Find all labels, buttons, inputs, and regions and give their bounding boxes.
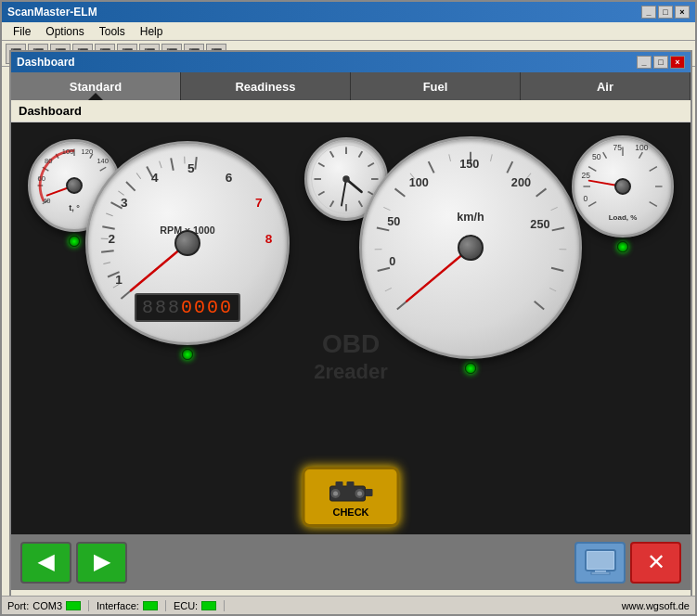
- svg-text:100: 100: [409, 176, 429, 189]
- dashboard-main: OBD 2reader: [11, 122, 691, 590]
- dashboard-title: Dashboard: [17, 56, 75, 69]
- ecu-label: ECU:: [174, 600, 198, 611]
- tab-standard[interactable]: Standard: [11, 72, 181, 100]
- status-bar: Port: COM3 Interface: ECU: www.wgsoft.de: [2, 596, 695, 614]
- port-section: Port: COM3: [7, 600, 89, 611]
- speed-led: [465, 363, 476, 374]
- svg-line-68: [551, 268, 563, 271]
- dashboard-title-bar: Dashboard _ □ ×: [11, 52, 691, 72]
- app-window: ScanMaster-ELM _ □ × File Options Tools …: [0, 0, 697, 616]
- rpm-led: [182, 349, 193, 360]
- monitor-button[interactable]: [574, 542, 626, 584]
- dashboard-close-button[interactable]: ×: [670, 56, 685, 69]
- nav-buttons-right: ✕: [574, 542, 681, 584]
- svg-text:40: 40: [43, 197, 50, 205]
- port-led: [66, 601, 81, 610]
- svg-text:4: 4: [151, 171, 159, 185]
- svg-line-63: [429, 161, 434, 173]
- svg-line-24: [195, 157, 196, 170]
- svg-text:50: 50: [592, 152, 601, 161]
- speed-gauge-knob: [458, 235, 484, 261]
- load-gauge-label: Load, %: [609, 213, 638, 222]
- bottom-bar: ◀ ▶ ✕: [11, 534, 691, 590]
- rpm-digital-value: 8880000: [135, 293, 240, 322]
- ecu-led: [201, 601, 216, 610]
- svg-rect-104: [365, 489, 372, 496]
- load-gauge-knob: [614, 178, 631, 195]
- check-engine-light: CHECK: [303, 467, 400, 527]
- tab-air[interactable]: Air: [521, 72, 691, 100]
- close-button[interactable]: ✕: [630, 542, 681, 584]
- forward-icon: ▶: [94, 550, 110, 574]
- speed-led-container: [359, 363, 582, 374]
- tab-bar: Standard Readiness Fuel Air: [11, 72, 691, 100]
- svg-line-28: [106, 213, 112, 216]
- svg-line-57: [342, 179, 346, 205]
- svg-text:8: 8: [265, 232, 273, 246]
- menu-help[interactable]: Help: [133, 23, 171, 40]
- svg-text:50: 50: [387, 215, 400, 228]
- speed-gauge: 0 50 100 150 200 250 km/h: [359, 136, 582, 359]
- svg-text:km/h: km/h: [457, 211, 484, 224]
- svg-line-75: [490, 154, 492, 161]
- svg-line-60: [378, 268, 390, 271]
- svg-line-70: [385, 288, 392, 291]
- app-minimize-button[interactable]: _: [641, 6, 656, 19]
- svg-line-26: [103, 263, 110, 264]
- engine-icon: [328, 477, 374, 505]
- rpm-gauge-container: 1 2 3 4 5 6 7 8 RPM x 1000: [85, 141, 290, 360]
- menu-bar: File Options Tools Help: [2, 22, 695, 41]
- svg-point-58: [342, 175, 349, 182]
- interface-section: Interface:: [97, 600, 166, 611]
- svg-line-79: [549, 288, 556, 291]
- dashboard-restore-button[interactable]: □: [653, 56, 668, 69]
- check-label: CHECK: [332, 507, 368, 518]
- menu-options[interactable]: Options: [38, 23, 91, 40]
- app-title: ScanMaster-ELM: [7, 6, 97, 19]
- svg-text:0: 0: [583, 194, 587, 203]
- app-maximize-button[interactable]: □: [658, 6, 673, 19]
- svg-text:80: 80: [45, 157, 52, 165]
- svg-line-88: [588, 202, 596, 207]
- dashboard-window-controls: _ □ ×: [637, 56, 685, 69]
- menu-file[interactable]: File: [6, 23, 38, 40]
- svg-line-21: [126, 182, 136, 191]
- svg-text:7: 7: [255, 196, 263, 210]
- rpm-led-container: [85, 349, 290, 360]
- svg-text:60: 60: [38, 174, 45, 183]
- svg-line-66: [536, 188, 547, 196]
- app-title-text: ScanMaster-ELM: [7, 6, 97, 19]
- menu-tools[interactable]: Tools: [92, 23, 133, 40]
- temp-led: [69, 236, 80, 247]
- svg-rect-106: [346, 481, 354, 489]
- svg-text:6: 6: [226, 171, 233, 185]
- svg-text:100: 100: [635, 143, 648, 152]
- svg-line-72: [383, 207, 390, 210]
- svg-line-94: [650, 167, 657, 172]
- svg-line-18: [101, 250, 114, 251]
- svg-text:0: 0: [389, 256, 395, 269]
- forward-button[interactable]: ▶: [76, 542, 127, 584]
- tab-readiness[interactable]: Readiness: [181, 72, 351, 100]
- svg-text:5: 5: [187, 161, 195, 175]
- interface-led: [143, 601, 158, 610]
- svg-text:100: 100: [62, 148, 74, 156]
- svg-point-110: [357, 491, 362, 495]
- dashboard-minimize-button[interactable]: _: [637, 56, 652, 69]
- svg-line-74: [449, 154, 451, 161]
- interface-label: Interface:: [97, 600, 139, 611]
- svg-line-19: [102, 226, 114, 229]
- svg-line-30: [136, 173, 141, 178]
- monitor-icon: [584, 548, 617, 576]
- check-engine-container: CHECK: [303, 467, 400, 527]
- speed-gauge-container: 0 50 100 150 200 250 km/h: [359, 136, 582, 374]
- svg-text:250: 250: [530, 218, 549, 231]
- app-title-bar: ScanMaster-ELM _ □ ×: [2, 2, 695, 22]
- load-gauge-container: 0 25 50 75 100 Load, %: [572, 135, 674, 252]
- back-button[interactable]: ◀: [20, 542, 71, 584]
- svg-line-31: [160, 161, 162, 168]
- port-label: Port:: [7, 600, 29, 611]
- app-close-button[interactable]: ×: [675, 6, 690, 19]
- tab-fuel[interactable]: Fuel: [351, 72, 521, 100]
- svg-line-52: [318, 192, 324, 196]
